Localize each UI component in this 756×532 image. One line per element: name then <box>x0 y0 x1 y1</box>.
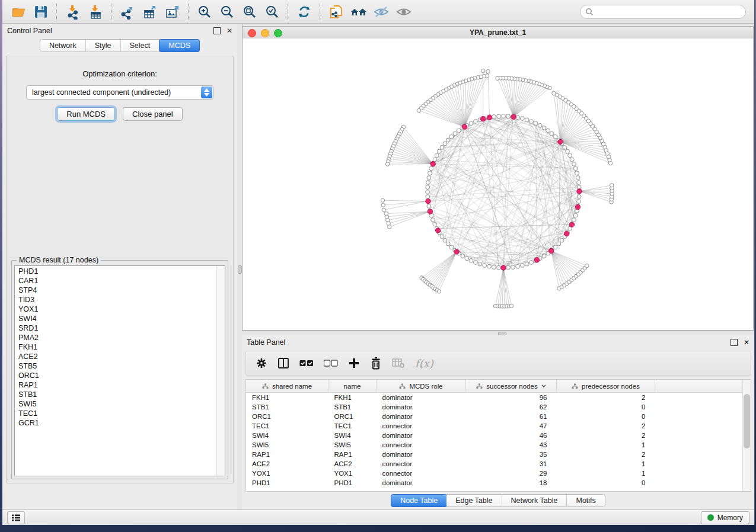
mcds-result-item[interactable]: ORC1 <box>15 371 225 380</box>
dominator-node[interactable] <box>577 189 582 194</box>
first-neighbors-icon[interactable] <box>347 2 370 21</box>
mcds-result-item[interactable]: CAR1 <box>15 276 225 286</box>
dominator-node[interactable] <box>511 114 516 119</box>
float-window-icon[interactable] <box>731 339 738 346</box>
table-cell[interactable]: 96 <box>466 393 557 403</box>
network-window-titlebar[interactable]: YPA_prune.txt_1 <box>243 27 753 39</box>
table-cell[interactable]: 18 <box>466 478 557 488</box>
table-cell[interactable]: 47 <box>466 421 557 431</box>
table-scrollbar-track[interactable] <box>742 380 751 491</box>
table-cell[interactable]: 0 <box>557 402 655 412</box>
mcds-result-item[interactable]: GCR1 <box>15 418 225 428</box>
table-cell[interactable]: RAP1 <box>246 450 328 459</box>
column-header-predecessor-nodes[interactable]: predecessor nodes <box>557 380 655 393</box>
table-cell[interactable]: FKH1 <box>246 393 328 403</box>
export-network-icon[interactable] <box>116 2 139 21</box>
list-scrollbar-track[interactable] <box>216 266 225 476</box>
node-table-grid[interactable]: shared namenameMCDS rolesuccessor nodesp… <box>246 380 748 488</box>
tab-style[interactable]: Style <box>86 40 121 52</box>
table-row[interactable]: TEC1TEC1connector472 <box>246 421 748 431</box>
table-row[interactable]: SWI5SWI5connector431 <box>246 440 748 450</box>
table-cell[interactable]: RAP1 <box>328 450 377 459</box>
table-row[interactable]: RAP1RAP1dominator352 <box>246 450 748 459</box>
table-cell[interactable]: dominator <box>377 402 466 412</box>
table-cell[interactable]: ACE2 <box>246 459 328 469</box>
table-cell[interactable]: dominator <box>377 450 466 459</box>
search-input[interactable] <box>580 5 746 19</box>
open-file-icon[interactable] <box>7 2 30 21</box>
dominator-node[interactable] <box>575 204 580 209</box>
table-cell[interactable]: 62 <box>466 402 557 412</box>
table-cell[interactable]: dominator <box>377 431 466 440</box>
table-cell[interactable]: ORC1 <box>246 412 328 421</box>
export-image-icon[interactable] <box>161 2 184 21</box>
table-cell[interactable]: 43 <box>466 440 557 450</box>
optimization-criterion-select[interactable]: largest connected component (undirected) <box>26 85 213 100</box>
import-network-icon[interactable] <box>62 2 84 21</box>
hide-selected-icon[interactable] <box>370 2 393 21</box>
table-cell[interactable]: 1 <box>557 469 655 478</box>
dominator-node[interactable] <box>430 162 435 166</box>
tab-mcds[interactable]: MCDS <box>159 39 200 52</box>
dominator-node[interactable] <box>558 139 563 144</box>
show-columns-icon[interactable] <box>277 357 289 369</box>
tab-network[interactable]: Network <box>40 40 86 52</box>
add-column-icon[interactable] <box>348 357 360 369</box>
table-cell[interactable]: 2 <box>557 431 655 440</box>
table-cell[interactable]: 29 <box>466 469 557 478</box>
dominator-node[interactable] <box>426 198 430 203</box>
close-panel-button[interactable]: Close panel <box>123 107 183 121</box>
tab-node-table[interactable]: Node Table <box>391 494 447 507</box>
table-cell[interactable]: SWI5 <box>246 440 328 450</box>
mcds-result-item[interactable]: SRD1 <box>15 323 225 333</box>
duplicate-network-icon[interactable] <box>325 2 347 21</box>
table-row[interactable]: ORC1ORC1dominator610 <box>246 412 748 421</box>
dominator-node[interactable] <box>534 258 539 262</box>
mcds-result-item[interactable]: TEC1 <box>15 409 225 418</box>
table-cell[interactable]: YOX1 <box>246 469 328 478</box>
table-cell[interactable]: 61 <box>466 412 557 421</box>
deselect-all-columns-icon[interactable] <box>324 359 338 367</box>
dominator-node[interactable] <box>569 222 574 227</box>
zoom-out-icon[interactable] <box>216 2 238 21</box>
table-cell[interactable]: 1 <box>557 459 655 469</box>
mcds-result-item[interactable]: STB1 <box>15 390 225 399</box>
close-icon[interactable]: ✕ <box>744 339 749 345</box>
table-cell[interactable]: FKH1 <box>328 393 377 403</box>
column-header-successor-nodes[interactable]: successor nodes <box>466 380 557 393</box>
table-cell[interactable]: TEC1 <box>246 421 328 431</box>
table-row[interactable]: YOX1YOX1connector291 <box>246 469 748 478</box>
table-cell[interactable]: connector <box>377 459 466 469</box>
float-window-icon[interactable] <box>213 27 221 34</box>
mcds-result-item[interactable]: FKH1 <box>15 342 225 352</box>
select-all-columns-icon[interactable] <box>299 359 314 367</box>
zoom-fit-icon[interactable] <box>238 2 261 21</box>
table-cell[interactable]: 2 <box>557 393 655 403</box>
table-scrollbar-thumb[interactable] <box>744 394 750 448</box>
dominator-node[interactable] <box>564 231 569 236</box>
dominator-node[interactable] <box>428 209 432 214</box>
close-icon[interactable]: ✕ <box>227 28 232 34</box>
table-cell[interactable]: 46 <box>466 431 557 440</box>
table-cell[interactable]: 0 <box>557 412 655 421</box>
table-cell[interactable]: 2 <box>557 450 655 459</box>
show-all-icon[interactable] <box>393 2 415 21</box>
tab-network-table[interactable]: Network Table <box>502 495 567 507</box>
column-header-shared-name[interactable]: shared name <box>246 380 328 393</box>
tab-edge-table[interactable]: Edge Table <box>446 495 502 507</box>
save-session-icon[interactable] <box>30 2 52 21</box>
mcds-result-item[interactable]: PMA2 <box>15 333 225 342</box>
table-cell[interactable]: 1 <box>557 440 655 450</box>
memory-button[interactable]: Memory <box>701 511 749 524</box>
dominator-node[interactable] <box>436 228 441 233</box>
mcds-result-item[interactable]: SWI4 <box>15 314 225 323</box>
dominator-node[interactable] <box>480 117 485 121</box>
minimize-window-icon[interactable] <box>261 29 269 37</box>
import-table-icon[interactable] <box>84 2 107 21</box>
table-row[interactable]: SWI4SWI4dominator462 <box>246 431 748 440</box>
tab-select[interactable]: Select <box>121 40 160 52</box>
column-header-MCDS-role[interactable]: MCDS role <box>377 380 466 393</box>
table-cell[interactable]: TEC1 <box>328 421 377 431</box>
table-cell[interactable]: ORC1 <box>328 412 377 421</box>
mcds-result-item[interactable]: YOX1 <box>15 305 225 314</box>
